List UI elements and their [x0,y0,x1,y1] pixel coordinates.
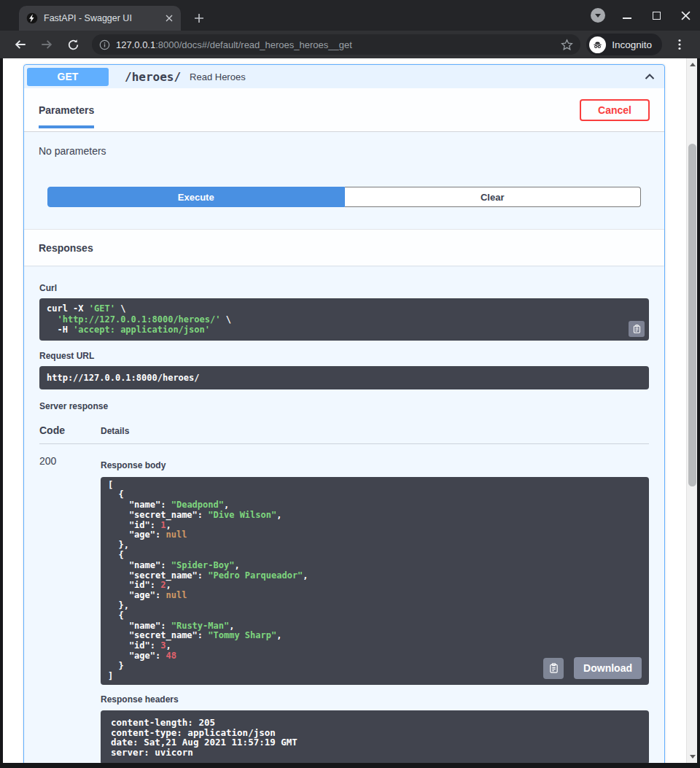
page-viewport: GET /heroes/ Read Heroes Parameters Canc… [3,58,697,763]
responses-title: Responses [39,242,93,254]
opblock-get-heroes: GET /heroes/ Read Heroes Parameters Canc… [23,64,665,763]
curl-block: curl -X 'GET' \ 'http://127.0.0.1:8000/h… [39,298,649,341]
response-body-code: [ { "name": "Deadpond", "secret_name": "… [101,477,649,686]
tab-close-icon[interactable] [163,12,175,24]
details-column-header: Details [101,426,129,436]
execute-button[interactable]: Execute [47,187,345,207]
browser-menu-button[interactable] [670,35,689,54]
tab-strip: FastAPI - Swagger UI [0,0,700,31]
response-body-actions: Download [543,657,642,679]
clipboard-icon [548,662,559,674]
back-button[interactable] [11,35,30,54]
reload-icon [67,39,79,51]
execute-button-group: Execute Clear [24,187,664,207]
curl-label: Curl [39,283,649,293]
scroll-up-arrow-icon[interactable] [687,59,697,70]
operation-description: Read Heroes [190,71,642,82]
bookmark-star-icon[interactable] [561,39,573,51]
close-button[interactable] [678,8,693,23]
close-icon [681,11,691,20]
curl-command: curl -X 'GET' \ 'http://127.0.0.1:8000/h… [39,298,649,341]
responses-section-header: Responses [24,229,664,265]
titlebar-dropdown-button[interactable] [591,8,605,23]
request-url-value: http://127.0.0.1:8000/heroes/ [39,366,649,389]
incognito-badge: Incognito [586,34,662,55]
fastapi-favicon-icon [26,12,38,24]
request-url-block: http://127.0.0.1:8000/heroes/ [39,366,649,389]
new-tab-button[interactable] [191,10,207,26]
request-url-label: Request URL [39,351,649,361]
response-headers-block: content-length: 205 content-type: applic… [101,710,649,763]
status-code: 200 [39,455,101,764]
tab-parameters[interactable]: Parameters [39,88,94,131]
cancel-button[interactable]: Cancel [580,99,650,121]
no-parameters-message: No parameters [39,145,106,157]
url-text: 127.0.0.1:8000/docs#/default/read_heroes… [116,39,561,50]
code-column-header: Code [39,424,101,436]
response-row-200: 200 Response body [ { "name": "Deadpond"… [39,444,649,764]
server-response-label: Server response [39,401,649,411]
response-body-label: Response body [101,460,649,470]
copy-response-button[interactable] [543,658,564,679]
scrollbar-thumb[interactable] [688,144,696,486]
scroll-down-arrow-icon[interactable] [687,751,697,762]
browser-tab[interactable]: FastAPI - Swagger UI [19,6,181,31]
parameters-body: No parameters [24,132,664,157]
forward-button[interactable] [37,35,56,54]
response-headers-code: content-length: 205 content-type: applic… [101,710,649,763]
kebab-menu-icon [674,39,685,50]
incognito-icon [589,36,606,53]
maximize-icon [653,12,661,20]
site-info-icon[interactable] [99,39,110,50]
download-button[interactable]: Download [574,657,642,679]
clear-button[interactable]: Clear [345,187,642,207]
reload-button[interactable] [63,35,82,54]
maximize-button[interactable] [649,8,664,23]
browser-toolbar: 127.0.0.1:8000/docs#/default/read_heroes… [0,31,700,58]
window-controls [591,8,693,23]
parameters-header-row: Parameters Cancel [24,88,664,132]
tab-title: FastAPI - Swagger UI [44,13,163,23]
response-body-block: [ { "name": "Deadpond", "secret_name": "… [101,477,649,686]
response-table-header: Code Details [39,424,649,444]
response-details: Response body [ { "name": "Deadpond", "s… [101,455,649,764]
forward-icon [40,38,53,51]
address-bar[interactable]: 127.0.0.1:8000/docs#/default/read_heroes… [92,34,580,55]
swagger-content: GET /heroes/ Read Heroes Parameters Canc… [3,58,686,763]
operation-summary[interactable]: GET /heroes/ Read Heroes [24,65,664,88]
minimize-icon [623,18,631,19]
incognito-label: Incognito [612,39,652,50]
operation-path: /heroes/ [125,70,181,84]
copy-curl-button[interactable] [629,321,645,337]
caret-down-icon [595,14,601,18]
parameters-tab-label: Parameters [39,104,94,128]
browser-window: FastAPI - Swagger UI [0,0,700,768]
response-headers-label: Response headers [101,694,649,705]
minimize-button[interactable] [620,8,634,23]
clipboard-icon [632,324,642,334]
collapse-chevron-icon[interactable] [642,69,657,84]
back-icon [14,38,27,51]
method-badge: GET [27,68,109,86]
responses-body: Curl curl -X 'GET' \ 'http://127.0.0.1:8… [24,265,664,763]
page-scrollbar[interactable] [686,58,697,763]
